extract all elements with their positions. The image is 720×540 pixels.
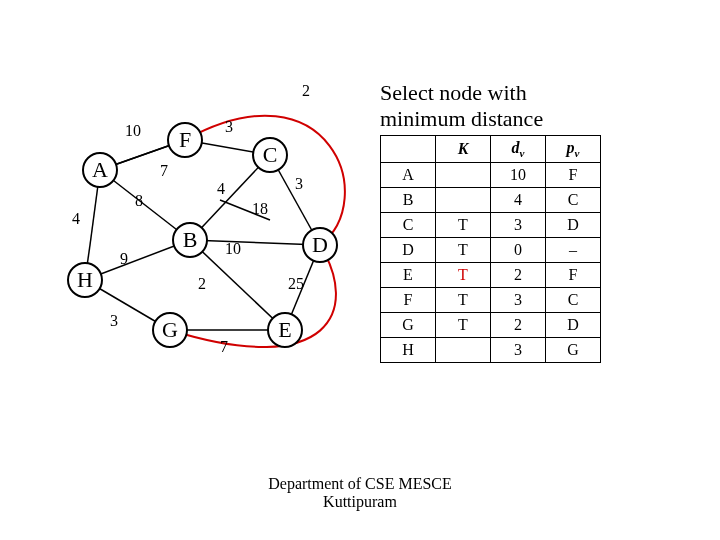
- w-BD: 10: [225, 240, 241, 258]
- w-BDe: 18: [252, 200, 268, 218]
- w-BE: 2: [198, 275, 206, 293]
- col-dv: dv: [491, 136, 546, 163]
- title-line1: Select node with: [380, 80, 527, 105]
- distance-table: K dv pv A10FB4CCT3DDT0–ET2FFT3CGT2DH3G: [380, 135, 601, 363]
- table-row: FT3C: [381, 288, 601, 313]
- table-row: ET2F: [381, 263, 601, 288]
- footer: Department of CSE MESCE Kuttipuram: [0, 475, 720, 511]
- w-CD: 3: [295, 175, 303, 193]
- node-F: F: [167, 122, 203, 158]
- node-G: G: [152, 312, 188, 348]
- graph: A F C B H G E D 10 7 3 2 4 8 9 3 4 18 3 …: [70, 80, 370, 380]
- w-FD: 2: [302, 82, 310, 100]
- svg-line-10: [190, 240, 320, 245]
- node-B: B: [172, 222, 208, 258]
- title-line2: minimum distance: [380, 106, 543, 131]
- w-GE: 7: [220, 338, 228, 356]
- table-row: H3G: [381, 338, 601, 363]
- footer-line1: Department of CSE MESCE: [268, 475, 452, 492]
- table-body: A10FB4CCT3DDT0–ET2FFT3CGT2DH3G: [381, 163, 601, 363]
- col-pv: pv: [546, 136, 601, 163]
- col-node: [381, 136, 436, 163]
- footer-line2: Kuttipuram: [323, 493, 397, 510]
- w-HG: 3: [110, 312, 118, 330]
- title: Select node with minimum distance: [380, 80, 543, 133]
- table-row: B4C: [381, 188, 601, 213]
- col-K: K: [436, 136, 491, 163]
- table-row: A10F: [381, 163, 601, 188]
- w-FC: 3: [225, 118, 233, 136]
- table-row: DT0–: [381, 238, 601, 263]
- node-E: E: [267, 312, 303, 348]
- w-ED: 25: [288, 275, 304, 293]
- node-H: H: [67, 262, 103, 298]
- table-header-row: K dv pv: [381, 136, 601, 163]
- node-C: C: [252, 137, 288, 173]
- w-AF: 10: [125, 122, 141, 140]
- node-D: D: [302, 227, 338, 263]
- w-HB: 9: [120, 250, 128, 268]
- table-row: GT2D: [381, 313, 601, 338]
- w-BC: 4: [217, 180, 225, 198]
- w-AF2: 7: [160, 162, 168, 180]
- table-row: CT3D: [381, 213, 601, 238]
- w-AB: 8: [135, 192, 143, 210]
- w-AH: 4: [72, 210, 80, 228]
- node-A: A: [82, 152, 118, 188]
